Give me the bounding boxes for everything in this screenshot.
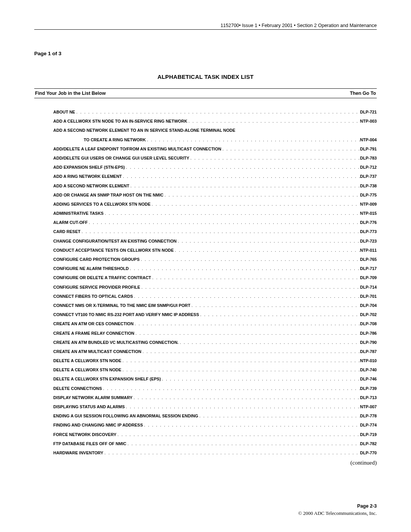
index-entry: DELETE CONNECTIONS . . . . . . . . . . .… bbox=[53, 386, 377, 391]
footer-page-number: Page 2-3 bbox=[298, 503, 377, 510]
entry-task: FORCE NETWORK DISCOVERY bbox=[53, 432, 116, 437]
entry-leader-dots: . . . . . . . . . . . . . . . . . . . . … bbox=[177, 239, 360, 244]
index-entry: CONDUCT ACCEPTANCE TESTS ON CELLWORX STN… bbox=[53, 248, 377, 253]
entry-task: CHANGE CONFIGURATION/TEST AN EXISTING CO… bbox=[53, 239, 177, 244]
entry-reference: NTP-015 bbox=[360, 211, 377, 216]
entry-leader-dots: . . . . . . . . . . . . . . . . . . . . … bbox=[132, 395, 360, 400]
entry-leader-dots: . . . . . . . . . . . . . . . . . . . . … bbox=[174, 248, 360, 253]
entry-leader-dots: . . . . . . . . . . . . . . . . . . . . … bbox=[88, 220, 360, 225]
index-entry: ADD OR CHANGE AN SNMP TRAP HOST ON THE N… bbox=[53, 193, 377, 198]
index-entry: ADMINISTRATIVE TASKS . . . . . . . . . .… bbox=[53, 211, 377, 216]
entry-task: CREATE AN ATM BUNDLED VC MULTICASTING CO… bbox=[53, 340, 178, 345]
index-entry: HARDWARE INVENTORY . . . . . . . . . . .… bbox=[53, 451, 377, 455]
header-text: 1152700• Issue 1 • February 2001 • Secti… bbox=[220, 23, 377, 28]
index-entry: ADD A RING NETWORK ELEMENT . . . . . . .… bbox=[53, 174, 377, 179]
index-entries: ABOUT NE . . . . . . . . . . . . . . . .… bbox=[53, 110, 377, 455]
entry-task: DISPLAYING STATUS AND ALARMS bbox=[53, 404, 125, 409]
entry-reference: DLP-746 bbox=[360, 377, 377, 382]
entry-leader-dots: . . . . . . . . . . . . . . . . . . . . … bbox=[121, 367, 360, 372]
footer-copyright: © 2000 ADC Telecommunications, Inc. bbox=[298, 510, 377, 517]
entry-leader-dots: . . . . . . . . . . . . . . . . . . . . … bbox=[126, 441, 360, 446]
entry-reference: NTP-010 bbox=[360, 358, 377, 363]
index-entry: CONFIGURE SERVICE PROVIDER PROFILE . . .… bbox=[53, 285, 377, 290]
entry-reference: NTP-003 bbox=[360, 119, 377, 124]
entry-reference: DLP-713 bbox=[360, 395, 377, 400]
entry-reference: DLP-786 bbox=[360, 331, 377, 336]
entry-task: TO CREATE A RING NETWORK bbox=[53, 137, 146, 142]
entry-task: CONDUCT ACCEPTANCE TESTS ON CELLWORX STN… bbox=[53, 248, 174, 253]
index-entry: ABOUT NE . . . . . . . . . . . . . . . .… bbox=[53, 110, 377, 115]
entry-reference: DLP-787 bbox=[360, 349, 377, 354]
entry-leader-dots: . . . . . . . . . . . . . . . . . . . . … bbox=[81, 229, 360, 234]
index-entry: CONFIGURE OR DELETE A TRAFFIC CONTRACT .… bbox=[53, 275, 377, 280]
index-entry: TO CREATE A RING NETWORK . . . . . . . .… bbox=[53, 137, 377, 142]
entry-leader-dots: . . . . . . . . . . . . . . . . . . . . … bbox=[163, 193, 360, 198]
entry-reference: DLP-783 bbox=[360, 156, 377, 161]
entry-reference: DLP-737 bbox=[360, 174, 377, 179]
entry-reference: DLP-791 bbox=[360, 147, 377, 152]
entry-task: CONNECT NMS OR X-TERMINAL TO THE NMIC EI… bbox=[53, 303, 190, 308]
entry-task: ADD/DELETE GUI USERS OR CHANGE GUI USER … bbox=[53, 156, 189, 161]
entry-task: CREATE A FRAME RELAY CONNECTION bbox=[53, 331, 134, 336]
columns-header: Find Your Job in the List Below Then Go … bbox=[34, 88, 377, 98]
index-entry: ADD/DELETE A LEAF ENDPOINT TO/FROM AN EX… bbox=[53, 147, 377, 152]
entry-leader-dots: . . . . . . . . . . . . . . . . . . . . … bbox=[146, 137, 360, 142]
entry-task: CREATE AN ATM OR CES CONNECTION bbox=[53, 321, 134, 326]
entry-task: CONNECT VT100 TO NMIC RS-232 PORT AND VE… bbox=[53, 312, 199, 317]
entry-leader-dots: . . . . . . . . . . . . . . . . . . . . … bbox=[75, 110, 360, 115]
entry-task: DISPLAY NETWORK ALARM SUMMARY bbox=[53, 395, 132, 400]
entry-reference: DLP-712 bbox=[360, 165, 377, 170]
entry-leader-dots: . . . . . . . . . . . . . . . . . . . . … bbox=[198, 414, 360, 419]
entry-leader-dots: . . . . . . . . . . . . . . . . . . . . … bbox=[125, 404, 360, 409]
entry-leader-dots: . . . . . . . . . . . . . . . . . . . . … bbox=[116, 432, 360, 437]
index-entry: CONFIGURE CARD PROTECTION GROUPS . . . .… bbox=[53, 257, 377, 262]
entry-task: ENDING A GUI SESSION FOLLOWING AN ABNORM… bbox=[53, 414, 198, 419]
entry-reference: NTP-011 bbox=[360, 248, 377, 253]
footer: Page 2-3 © 2000 ADC Telecommunications, … bbox=[298, 503, 377, 517]
entry-reference: DLP-739 bbox=[360, 386, 377, 391]
entry-leader-dots: . . . . . . . . . . . . . . . . . . . . … bbox=[143, 423, 360, 428]
entry-task: CREATE AN ATM MULTICAST CONNECTION bbox=[53, 349, 141, 354]
index-entry: CONNECT FIBERS TO OPTICAL CARDS . . . . … bbox=[53, 294, 377, 299]
index-entry: DISPLAYING STATUS AND ALARMS . . . . . .… bbox=[53, 404, 377, 409]
entry-reference: DLP-770 bbox=[360, 451, 377, 455]
entry-reference: DLP-765 bbox=[360, 257, 377, 262]
entry-leader-dots: . . . . . . . . . . . . . . . . . . . . … bbox=[199, 312, 360, 317]
entry-leader-dots: . . . . . . . . . . . . . . . . . . . . … bbox=[134, 331, 360, 336]
index-entry: CARD RESET . . . . . . . . . . . . . . .… bbox=[53, 229, 377, 234]
index-entry: FTP DATABASE FILES OFF OF NMIC . . . . .… bbox=[53, 441, 377, 446]
header-line: 1152700• Issue 1 • February 2001 • Secti… bbox=[34, 23, 377, 30]
entry-leader-dots: . . . . . . . . . . . . . . . . . . . . … bbox=[221, 147, 360, 152]
entry-leader-dots: . . . . . . . . . . . . . . . . . . . . … bbox=[129, 184, 360, 189]
entry-task: ADD EXPANSION SHELF (STN-EPS) bbox=[53, 165, 125, 170]
entry-task: ADD OR CHANGE AN SNMP TRAP HOST ON THE N… bbox=[53, 193, 163, 198]
index-entry: ADDING SERVICES TO A CELLWORX STN NODE .… bbox=[53, 202, 377, 207]
index-entry: DELETE A CELLWORX STN NODE . . . . . . .… bbox=[53, 358, 377, 363]
entry-task: FTP DATABASE FILES OFF OF NMIC bbox=[53, 441, 126, 446]
entry-reference: DLP-738 bbox=[360, 184, 377, 189]
entry-task: DELETE A CELLWORX STN NODE bbox=[53, 367, 121, 372]
entry-reference: DLP-774 bbox=[360, 423, 377, 428]
index-entry: FINDING AND CHANGING NMIC IP ADDRESS . .… bbox=[53, 423, 377, 428]
entry-task: ADD/DELETE A LEAF ENDPOINT TO/FROM AN EX… bbox=[53, 147, 221, 152]
index-entry: ALARM CUT-OFF . . . . . . . . . . . . . … bbox=[53, 220, 377, 225]
continued-label: (continued) bbox=[34, 460, 377, 466]
entry-task: CONNECT FIBERS TO OPTICAL CARDS bbox=[53, 294, 133, 299]
entry-leader-dots: . . . . . . . . . . . . . . . . . . . . … bbox=[187, 119, 360, 124]
entry-leader-dots: . . . . . . . . . . . . . . . . . . . . … bbox=[190, 303, 360, 308]
entry-reference: NTP-007 bbox=[360, 404, 377, 409]
index-entry: CREATE A FRAME RELAY CONNECTION . . . . … bbox=[53, 331, 377, 336]
entry-leader-dots: . . . . . . . . . . . . . . . . . . . . … bbox=[121, 358, 360, 363]
entry-reference: DLP-702 bbox=[360, 312, 377, 317]
entry-task: CONFIGURE CARD PROTECTION GROUPS bbox=[53, 257, 140, 262]
entry-leader-dots: . . . . . . . . . . . . . . . . . . . . … bbox=[140, 257, 360, 262]
entry-reference: DLP-719 bbox=[360, 432, 377, 437]
entry-leader-dots: . . . . . . . . . . . . . . . . . . . . … bbox=[189, 156, 360, 161]
entry-reference: DLP-776 bbox=[360, 220, 377, 225]
index-entry: DELETE A CELLWORX STN EXPANSION SHELF (E… bbox=[53, 377, 377, 382]
index-entry: FORCE NETWORK DISCOVERY . . . . . . . . … bbox=[53, 432, 377, 437]
entry-leader-dots: . . . . . . . . . . . . . . . . . . . . … bbox=[151, 275, 360, 280]
entry-leader-dots: . . . . . . . . . . . . . . . . . . . . … bbox=[125, 165, 360, 170]
entry-task: HARDWARE INVENTORY bbox=[53, 451, 103, 455]
entry-task: CARD RESET bbox=[53, 229, 81, 234]
